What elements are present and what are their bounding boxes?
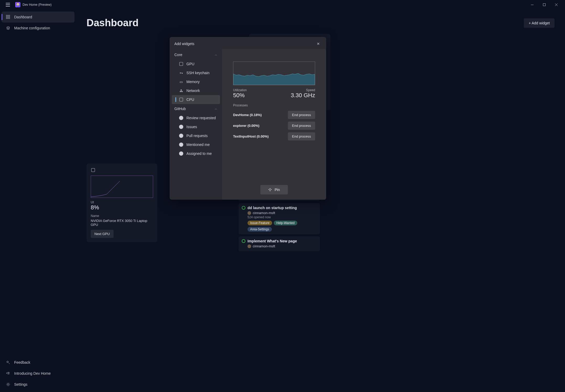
chip-icon bbox=[179, 97, 183, 102]
issue-meta: 524 opened now bbox=[247, 215, 317, 219]
process-row: DevHome (0.18%)End process bbox=[233, 111, 315, 119]
process-name: DevHome (0.18%) bbox=[233, 113, 262, 117]
svg-rect-5 bbox=[8, 15, 10, 17]
sidebar-item-label: Feedback bbox=[14, 360, 30, 364]
widget-option-prs[interactable]: Pull requests bbox=[172, 131, 220, 140]
cpu-chart bbox=[233, 62, 315, 85]
add-widget-button[interactable]: + Add widget bbox=[524, 18, 555, 28]
gpu-util-value: 8% bbox=[91, 204, 153, 211]
process-row: TextInputHost (0.00%)End process bbox=[233, 132, 315, 140]
minimize-icon bbox=[531, 5, 534, 5]
sidebar-item-feedback[interactable]: Feedback bbox=[2, 357, 74, 368]
sidebar: Dashboard Machine configuration Feedback… bbox=[0, 9, 76, 392]
keychain-icon: 🗝 bbox=[179, 71, 183, 75]
widget-option-gpu[interactable]: GPU bbox=[172, 59, 220, 68]
sidebar-item-label: Introducing Dev Home bbox=[14, 371, 51, 375]
modal-close-button[interactable]: ✕ bbox=[315, 41, 321, 47]
github-icon bbox=[179, 151, 183, 156]
issue-label: Issue-Feature bbox=[247, 221, 272, 225]
chevron-up-icon: ︿ bbox=[215, 107, 217, 111]
megaphone-icon bbox=[6, 371, 10, 376]
sidebar-item-label: Settings bbox=[14, 382, 28, 386]
widget-option-memory[interactable]: ▭Memory bbox=[172, 77, 220, 86]
section-core[interactable]: Core ︿ bbox=[172, 50, 220, 59]
next-gpu-button[interactable]: Next GPU bbox=[91, 230, 114, 238]
svg-point-9 bbox=[7, 384, 9, 385]
issue-open-icon bbox=[242, 206, 245, 210]
maximize-icon bbox=[543, 3, 546, 6]
gpu-util-label: Ut bbox=[91, 200, 153, 204]
utilization-value: 50% bbox=[233, 92, 247, 99]
modal-title: Add widgets bbox=[174, 42, 194, 46]
end-process-button[interactable]: End process bbox=[288, 122, 315, 130]
app-icon bbox=[15, 2, 20, 7]
sidebar-item-machine-config[interactable]: Machine configuration bbox=[2, 23, 74, 34]
process-name: explorer (0.00%) bbox=[233, 124, 259, 128]
widget-option-network[interactable]: 🖧Network bbox=[172, 86, 220, 95]
end-process-button[interactable]: End process bbox=[288, 111, 315, 119]
maximize-button[interactable] bbox=[538, 0, 550, 9]
end-process-button[interactable]: End process bbox=[288, 132, 315, 140]
gpu-name-label: Name bbox=[91, 214, 153, 218]
main-content: Dashboard + Add widget Network ⋯ Receive… bbox=[76, 9, 565, 392]
svg-rect-4 bbox=[6, 15, 8, 17]
svg-rect-6 bbox=[6, 17, 8, 19]
speed-value: 3.30 GHz bbox=[291, 92, 315, 99]
svg-rect-7 bbox=[8, 17, 10, 19]
github-icon bbox=[179, 125, 183, 129]
svg-rect-0 bbox=[531, 5, 534, 5]
widget-preview: Utilization 50% Speed 3.30 GHz Processes… bbox=[222, 49, 326, 200]
process-row: explorer (0.00%)End process bbox=[233, 122, 315, 130]
github-icon bbox=[179, 116, 183, 120]
widget-option-mentioned[interactable]: Mentioned me bbox=[172, 140, 220, 149]
issue-title-text: dd launch on startup setting bbox=[247, 206, 297, 210]
section-label: GitHub bbox=[174, 107, 186, 111]
close-icon bbox=[555, 3, 558, 6]
sidebar-item-label: Machine configuration bbox=[14, 26, 50, 30]
hamburger-menu-button[interactable] bbox=[3, 0, 13, 9]
widget-option-ssh[interactable]: 🗝SSH keychain bbox=[172, 68, 220, 77]
section-label: Core bbox=[174, 53, 182, 57]
issue-title-text: Implement What's New page bbox=[247, 239, 297, 243]
svg-rect-1 bbox=[543, 4, 546, 6]
issue-card[interactable]: Implement What's New page cinnamon-msft bbox=[239, 236, 320, 251]
gpu-chart bbox=[91, 176, 153, 198]
app-title: Dev Home (Preview) bbox=[23, 3, 52, 7]
speed-label: Speed bbox=[291, 88, 315, 92]
widget-option-review[interactable]: Review requested bbox=[172, 113, 220, 122]
network-icon: 🖧 bbox=[179, 89, 183, 93]
gear-icon bbox=[6, 382, 10, 387]
layers-icon bbox=[6, 26, 10, 30]
issue-author: cinnamon-msft bbox=[253, 211, 275, 215]
widget-option-issues[interactable]: Issues bbox=[172, 122, 220, 131]
issue-card[interactable]: dd launch on startup setting cinnamon-ms… bbox=[239, 203, 320, 234]
issue-author: cinnamon-msft bbox=[253, 244, 275, 248]
issue-label: Area-Settings bbox=[247, 227, 272, 232]
chip-icon bbox=[91, 168, 95, 172]
processes-label: Processes bbox=[233, 104, 315, 107]
memory-icon: ▭ bbox=[179, 80, 183, 84]
chip-icon bbox=[179, 62, 183, 66]
add-widgets-modal: Add widgets ✕ Core ︿ GPU 🗝SSH keychain ▭… bbox=[170, 37, 326, 200]
github-icon bbox=[179, 134, 183, 138]
chevron-up-icon: ︿ bbox=[215, 53, 217, 57]
page-title: Dashboard bbox=[87, 17, 138, 29]
svg-point-8 bbox=[7, 361, 8, 363]
minimize-button[interactable] bbox=[526, 0, 538, 9]
pin-button[interactable]: Pin bbox=[260, 185, 288, 194]
close-button[interactable] bbox=[550, 0, 562, 9]
process-name: TextInputHost (0.00%) bbox=[233, 134, 269, 138]
gpu-widget: Ut 8% Name NVIDIA GeForce RTX 3050 Ti La… bbox=[87, 164, 157, 242]
widget-option-assigned[interactable]: Assigned to me bbox=[172, 149, 220, 158]
utilization-label: Utilization bbox=[233, 88, 247, 92]
window-controls bbox=[526, 0, 562, 9]
sidebar-item-introducing[interactable]: Introducing Dev Home bbox=[2, 368, 74, 379]
section-github[interactable]: GitHub ︿ bbox=[172, 104, 220, 113]
sidebar-item-dashboard[interactable]: Dashboard bbox=[2, 12, 74, 23]
sidebar-item-settings[interactable]: Settings bbox=[2, 379, 74, 390]
issue-open-icon bbox=[242, 239, 245, 243]
widget-option-cpu[interactable]: CPU bbox=[172, 95, 220, 104]
avatar bbox=[247, 244, 251, 248]
issue-label: Help-Wanted bbox=[274, 221, 297, 225]
feedback-icon bbox=[6, 360, 10, 365]
